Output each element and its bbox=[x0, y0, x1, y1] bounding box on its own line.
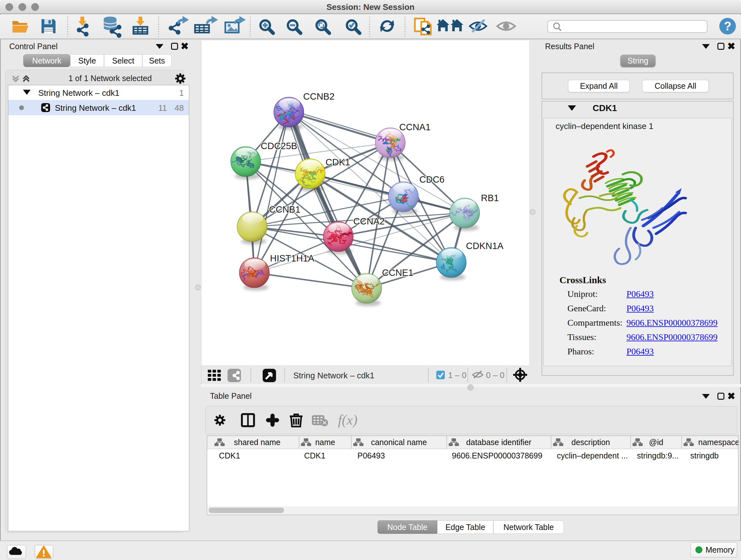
svg-text:description: description bbox=[571, 438, 610, 447]
svg-text:CDK1: CDK1 bbox=[304, 451, 326, 460]
svg-text:database identifier: database identifier bbox=[466, 438, 531, 447]
svg-text:CDK1: CDK1 bbox=[219, 451, 240, 460]
svg-text:1 – 0: 1 – 0 bbox=[448, 370, 467, 380]
svg-text:String Network – cdk1: String Network – cdk1 bbox=[293, 371, 374, 380]
svg-text:canonical name: canonical name bbox=[371, 438, 427, 447]
svg-text:9606.ENSP00000378699: 9606.ENSP00000378699 bbox=[452, 451, 542, 460]
svg-text:CDK1: CDK1 bbox=[326, 157, 350, 167]
svg-text:shared name: shared name bbox=[234, 438, 280, 447]
svg-text:CCNE1: CCNE1 bbox=[382, 267, 413, 278]
svg-text:P06493: P06493 bbox=[357, 451, 385, 460]
svg-text:0 – 0: 0 – 0 bbox=[486, 370, 504, 380]
svg-text:CDC25B: CDC25B bbox=[261, 141, 297, 151]
svg-text:name: name bbox=[315, 438, 335, 447]
svg-text:namespace: namespace bbox=[698, 438, 738, 447]
svg-text:CDC6: CDC6 bbox=[419, 174, 445, 185]
svg-text:CCNA1: CCNA1 bbox=[399, 122, 430, 132]
svg-text:HIST1H1A: HIST1H1A bbox=[270, 253, 314, 263]
svg-text:?: ? bbox=[724, 19, 731, 33]
svg-text:CCNB1: CCNB1 bbox=[269, 204, 300, 214]
svg-text:RB1: RB1 bbox=[481, 193, 499, 203]
svg-text:cyclin–dependent ...: cyclin–dependent ... bbox=[557, 451, 628, 460]
svg-text:CCNA2: CCNA2 bbox=[353, 216, 385, 226]
svg-text:CCNB2: CCNB2 bbox=[303, 91, 334, 102]
svg-text:@id: @id bbox=[649, 438, 664, 447]
svg-text:CDKN1A: CDKN1A bbox=[466, 241, 503, 251]
svg-text:stringdb: stringdb bbox=[690, 451, 719, 460]
svg-text:stringdb:9...: stringdb:9... bbox=[637, 451, 679, 460]
svg-text:f(x): f(x) bbox=[338, 412, 357, 428]
